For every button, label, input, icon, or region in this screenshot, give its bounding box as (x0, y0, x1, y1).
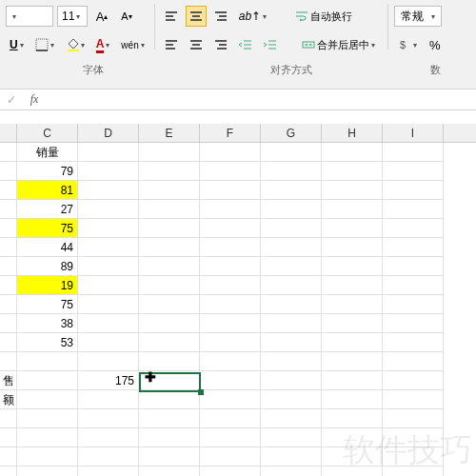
cell[interactable] (17, 371, 78, 390)
cell[interactable] (261, 219, 322, 238)
cell[interactable] (383, 371, 444, 390)
fx-check-button[interactable]: ✓ (0, 93, 23, 107)
cell[interactable] (78, 181, 139, 200)
cell[interactable] (0, 428, 17, 447)
cell[interactable] (322, 295, 383, 314)
cell[interactable] (322, 219, 383, 238)
cell[interactable] (78, 390, 139, 409)
align-bottom-button[interactable] (210, 6, 231, 27)
cell[interactable]: 44 (17, 238, 78, 257)
cell[interactable] (383, 219, 444, 238)
cell[interactable] (383, 314, 444, 333)
cell[interactable] (200, 295, 261, 314)
cell[interactable] (322, 390, 383, 409)
cell[interactable] (0, 276, 17, 295)
cell[interactable] (139, 200, 200, 219)
cell[interactable] (17, 409, 78, 428)
cell[interactable] (139, 295, 200, 314)
cell[interactable] (139, 428, 200, 447)
cell[interactable] (322, 162, 383, 181)
cell[interactable] (139, 143, 200, 162)
phonetic-button[interactable]: wén▾ (117, 34, 148, 55)
cell[interactable] (139, 276, 200, 295)
cell[interactable] (322, 314, 383, 333)
cell[interactable] (200, 162, 261, 181)
decrease-font-button[interactable]: A▾ (116, 6, 137, 27)
cell[interactable] (0, 390, 17, 409)
cell[interactable] (200, 333, 261, 352)
cell[interactable] (261, 447, 322, 466)
cell[interactable]: 75 (17, 295, 78, 314)
cell[interactable] (200, 428, 261, 447)
cell[interactable] (383, 162, 444, 181)
currency-button[interactable]: $▾ (394, 34, 421, 55)
cell[interactable] (17, 352, 78, 371)
cell[interactable]: 19 (17, 276, 78, 295)
cell[interactable] (261, 295, 322, 314)
cell[interactable] (0, 447, 17, 466)
cell[interactable] (17, 428, 78, 447)
cell[interactable] (261, 428, 322, 447)
cell[interactable] (322, 371, 383, 390)
cell[interactable] (0, 314, 17, 333)
cell[interactable] (0, 143, 17, 162)
cell[interactable] (78, 333, 139, 352)
col-header[interactable]: F (200, 124, 261, 142)
orientation-button[interactable]: ab↗▾ (235, 6, 270, 27)
cell[interactable] (383, 447, 444, 466)
cell[interactable]: 81 (17, 181, 78, 200)
cell[interactable] (78, 257, 139, 276)
col-header[interactable]: C (17, 124, 78, 142)
borders-button[interactable]: ▾ (31, 34, 58, 55)
cell[interactable] (78, 295, 139, 314)
cell[interactable] (322, 181, 383, 200)
fx-button[interactable]: fx (23, 92, 46, 107)
cell[interactable] (322, 352, 383, 371)
cell[interactable] (200, 352, 261, 371)
cell[interactable] (139, 219, 200, 238)
cell[interactable] (0, 295, 17, 314)
cell[interactable] (0, 333, 17, 352)
cell[interactable] (78, 352, 139, 371)
cell[interactable] (17, 447, 78, 466)
cell[interactable] (0, 219, 17, 238)
cell[interactable] (200, 409, 261, 428)
cell[interactable] (200, 238, 261, 257)
cell[interactable]: 38 (17, 314, 78, 333)
corner-cell[interactable] (0, 124, 17, 142)
cell[interactable] (78, 162, 139, 181)
percent-button[interactable]: % (425, 34, 446, 55)
cell[interactable]: 售额 (0, 371, 17, 390)
cell[interactable] (261, 390, 322, 409)
cell[interactable] (17, 466, 78, 476)
cell[interactable] (200, 276, 261, 295)
cell[interactable] (78, 238, 139, 257)
decrease-indent-button[interactable] (235, 34, 256, 55)
cell[interactable]: 175 (78, 371, 139, 390)
cell[interactable] (78, 447, 139, 466)
align-top-button[interactable] (161, 6, 182, 27)
cell[interactable] (261, 409, 322, 428)
cell[interactable] (139, 314, 200, 333)
cell[interactable] (200, 200, 261, 219)
cell[interactable] (261, 333, 322, 352)
col-header[interactable]: D (78, 124, 139, 142)
cell[interactable] (0, 200, 17, 219)
cell[interactable] (261, 200, 322, 219)
cell[interactable] (0, 238, 17, 257)
cell[interactable] (383, 276, 444, 295)
cell[interactable] (383, 409, 444, 428)
number-format-select[interactable]: 常规▾ (394, 6, 442, 27)
cell[interactable] (261, 143, 322, 162)
col-header[interactable]: I (383, 124, 444, 142)
cell[interactable] (322, 200, 383, 219)
cell[interactable] (139, 162, 200, 181)
cell[interactable] (383, 238, 444, 257)
cell[interactable] (322, 409, 383, 428)
cell[interactable] (200, 181, 261, 200)
cell[interactable] (261, 162, 322, 181)
cell[interactable] (0, 409, 17, 428)
cell[interactable] (261, 314, 322, 333)
cell[interactable] (261, 238, 322, 257)
underline-button[interactable]: U▾ (6, 34, 28, 55)
